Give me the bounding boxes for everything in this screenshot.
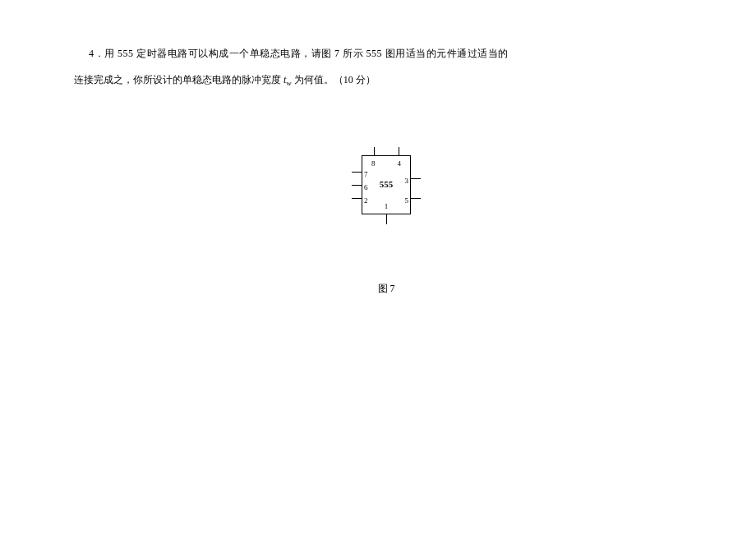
question-text-1: 用 555 定时器电路可以构成一个单稳态电路，请图 7 所示 555 图用适当的… (104, 48, 509, 59)
diagram-container: 555 8 4 7 6 2 3 5 1 (74, 147, 698, 229)
lead-pin-5 (411, 198, 421, 199)
pin-label-7: 7 (364, 168, 368, 181)
question-number: 4． (89, 48, 104, 59)
pin-label-4: 4 (398, 157, 402, 170)
lead-pin-3 (411, 178, 421, 179)
question-line-2: 连接完成之，你所设计的单稳态电路的脉冲宽度 tw 为何值。（10 分） (74, 71, 698, 90)
pin-label-1: 1 (385, 200, 389, 213)
chip-555: 555 8 4 7 6 2 3 5 1 (362, 155, 411, 214)
document-content: 4．用 555 定时器电路可以构成一个单稳态电路，请图 7 所示 555 图用适… (0, 0, 756, 298)
pin-label-6: 6 (364, 181, 368, 194)
pin-label-5: 5 (405, 194, 409, 207)
chip-label: 555 (380, 177, 394, 193)
lead-pin-6 (352, 185, 362, 186)
pin-label-2: 2 (364, 194, 368, 207)
pin-label-3: 3 (405, 174, 409, 187)
lead-pin-7 (352, 172, 362, 173)
lead-pin-2 (352, 198, 362, 199)
question-text-2b: 为何值。（10 分） (292, 74, 376, 85)
question-line-1: 4．用 555 定时器电路可以构成一个单稳态电路，请图 7 所示 555 图用适… (74, 45, 698, 63)
lead-pin-1 (386, 214, 387, 224)
chip-diagram: 555 8 4 7 6 2 3 5 1 (337, 147, 436, 229)
lead-pin-8 (374, 147, 375, 155)
figure-caption: 图 7 (74, 280, 698, 298)
lead-pin-4 (399, 147, 399, 155)
pin-label-8: 8 (371, 157, 376, 170)
question-text-2a: 连接完成之，你所设计的单稳态电路的脉冲宽度 (74, 74, 284, 85)
